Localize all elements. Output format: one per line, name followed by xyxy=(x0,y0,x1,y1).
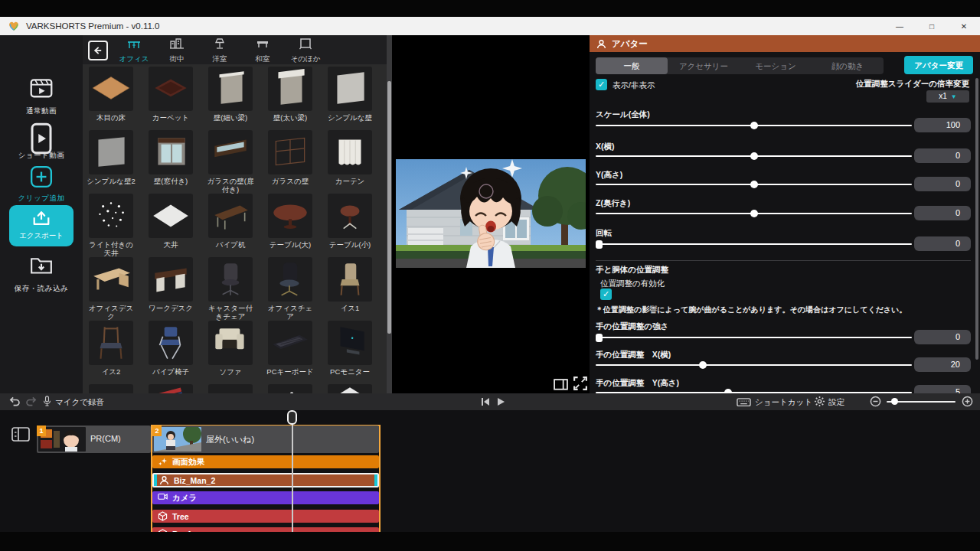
sidebar-item-1[interactable]: ショート動画 xyxy=(0,122,83,161)
undo-icon[interactable] xyxy=(9,396,21,407)
visibility-checkbox[interactable]: ✓ xyxy=(596,79,607,90)
avatar-slider-thumb-0[interactable] xyxy=(750,122,758,129)
timeline-track-Biz_Man_2[interactable]: Biz_Man_2 xyxy=(152,473,379,487)
asset-item[interactable]: キャスター付きチェア xyxy=(205,257,256,321)
playhead-line[interactable] xyxy=(292,412,293,532)
hand-value-1[interactable]: 20 xyxy=(914,357,971,372)
asset-item[interactable]: ワークデスク xyxy=(145,257,196,321)
timeline-track-画面効果[interactable]: 画面効果 xyxy=(152,455,379,468)
asset-item[interactable]: 木目の床 xyxy=(86,67,136,130)
avatar-slider-thumb-1[interactable] xyxy=(750,152,758,160)
fullscreen-button[interactable] xyxy=(573,377,587,390)
close-button[interactable]: ✕ xyxy=(948,17,980,35)
skip-to-start-icon[interactable] xyxy=(481,397,490,406)
asset-item[interactable]: 壁(細い梁) xyxy=(205,67,256,130)
sidebar-item-2[interactable]: クリップ追加 xyxy=(0,165,83,204)
timeline-track-カメラ[interactable]: カメラ xyxy=(152,491,379,504)
asset-item[interactable]: イス1 xyxy=(325,257,375,321)
asset-tab-1[interactable]: 街中 xyxy=(156,37,198,64)
asset-item[interactable]: パイプ机 xyxy=(205,194,256,257)
asset-item[interactable]: テーブル(大) xyxy=(265,194,315,257)
keyboard-icon[interactable] xyxy=(737,397,751,407)
avatar-change-button[interactable]: アバター変更 xyxy=(904,56,973,74)
sidebar-item-0[interactable]: 通常動画 xyxy=(0,78,83,116)
asset-scrollbar[interactable] xyxy=(387,35,392,393)
timeline-clip-2[interactable]: 2 屋外(いいね) xyxy=(152,425,379,453)
zoom-out-icon[interactable] xyxy=(870,396,881,407)
asset-item[interactable]: ガラスの壁(扉付き) xyxy=(205,130,256,194)
asset-item[interactable]: ライト付きの天井 xyxy=(86,194,136,257)
asset-item[interactable]: カーテン xyxy=(325,130,375,194)
asset-item[interactable] xyxy=(265,384,315,393)
avatar-value-2[interactable]: 0 xyxy=(914,177,971,191)
enable-adjust-checkbox[interactable]: ✓ xyxy=(600,289,612,300)
asset-item[interactable]: 壁(窓付き) xyxy=(145,130,196,194)
avatar-value-1[interactable]: 0 xyxy=(914,148,971,163)
asset-item[interactable]: カーペット xyxy=(145,67,196,130)
hand-value-0[interactable]: 0 xyxy=(914,330,971,344)
asset-item[interactable]: イス2 xyxy=(86,321,136,384)
avatar-slider-thumb-4[interactable] xyxy=(596,240,603,249)
playhead-handle[interactable] xyxy=(287,410,297,425)
timeline-clip-1[interactable]: 1 PR(CM) xyxy=(37,425,151,453)
avatar-tab-3[interactable]: 顔の動き xyxy=(812,57,884,74)
minimize-button[interactable]: — xyxy=(884,17,916,35)
asset-tab-0[interactable]: オフィス xyxy=(113,37,155,64)
hand-value-2[interactable]: 5 xyxy=(914,385,971,393)
avatar-slider-0[interactable] xyxy=(596,125,912,126)
asset-tab-2[interactable]: 洋室 xyxy=(199,37,240,64)
asset-item[interactable] xyxy=(205,384,256,393)
avatar-slider-thumb-2[interactable] xyxy=(750,181,758,188)
track-list-icon[interactable] xyxy=(11,427,30,442)
asset-scrollbar-thumb[interactable] xyxy=(387,81,391,334)
avatar-slider-2[interactable] xyxy=(596,184,912,185)
microphone-icon[interactable] xyxy=(43,396,51,408)
avatar-slider-3[interactable] xyxy=(596,213,912,214)
asset-item[interactable]: PCモニター xyxy=(325,321,375,384)
split-view-button[interactable] xyxy=(554,379,568,390)
avatar-value-4[interactable]: 0 xyxy=(914,236,971,251)
asset-item[interactable]: テーブル(小) xyxy=(325,194,375,257)
asset-item[interactable] xyxy=(145,384,196,393)
maximize-button[interactable]: □ xyxy=(916,17,948,35)
timeline-track-Tree[interactable]: Tree xyxy=(152,510,379,523)
gear-icon[interactable] xyxy=(814,396,825,407)
avatar-panel-scrollbar[interactable] xyxy=(975,78,978,360)
hand-slider-thumb-0[interactable] xyxy=(596,334,603,342)
avatar-slider-thumb-3[interactable] xyxy=(750,210,758,217)
shortcut-label[interactable]: ショートカット xyxy=(755,397,812,408)
asset-item[interactable]: 壁(太い梁) xyxy=(265,67,315,130)
settings-label[interactable]: 設定 xyxy=(828,397,844,408)
asset-tab-3[interactable]: 和室 xyxy=(242,37,283,64)
asset-tab-4[interactable]: そのほか xyxy=(285,37,326,64)
avatar-tab-2[interactable]: モーション xyxy=(740,57,812,74)
asset-item[interactable] xyxy=(86,384,136,393)
timeline-track-Box1[interactable]: Box1 xyxy=(152,527,379,532)
asset-item[interactable]: シンプルな壁2 xyxy=(86,130,136,194)
multiplier-dropdown[interactable]: x1▼ xyxy=(926,90,969,103)
timeline-zoom-slider-thumb[interactable] xyxy=(891,398,898,405)
asset-item[interactable]: オフィスチェア xyxy=(265,257,315,321)
asset-item[interactable]: シンプルな壁 xyxy=(325,67,375,130)
avatar-tab-0[interactable]: 一般 xyxy=(596,57,668,74)
avatar-value-0[interactable]: 100 xyxy=(914,118,971,132)
asset-item[interactable]: 天井 xyxy=(145,194,196,257)
sidebar-item-export[interactable]: エクスポート xyxy=(9,205,74,246)
zoom-in-icon[interactable] xyxy=(962,396,973,407)
sidebar-item-4[interactable]: 保存・読み込み xyxy=(0,256,83,294)
avatar-slider-4[interactable] xyxy=(596,243,912,245)
clip-trim-handle-right[interactable] xyxy=(374,474,377,486)
asset-item[interactable] xyxy=(325,384,375,393)
asset-item[interactable]: オフィスデスク xyxy=(86,257,136,321)
avatar-tab-1[interactable]: アクセサリー xyxy=(668,57,740,74)
mic-record-label[interactable]: マイクで録音 xyxy=(55,397,104,408)
hand-slider-thumb-1[interactable] xyxy=(699,361,707,369)
asset-item[interactable]: ソファ xyxy=(205,321,256,384)
play-icon[interactable] xyxy=(496,397,505,406)
redo-icon[interactable] xyxy=(25,396,37,407)
back-button[interactable] xyxy=(88,41,108,60)
asset-item[interactable]: PCキーボード xyxy=(265,321,315,384)
avatar-slider-1[interactable] xyxy=(596,155,912,157)
clip-trim-handle-left[interactable] xyxy=(154,474,157,486)
asset-item[interactable]: ガラスの壁 xyxy=(265,130,315,194)
